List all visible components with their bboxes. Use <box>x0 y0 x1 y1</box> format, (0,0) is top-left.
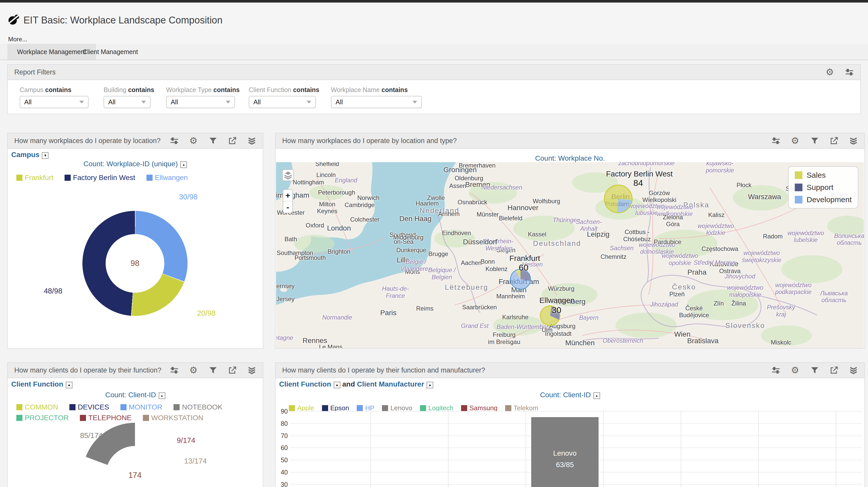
y-axis-tick: 70 <box>276 432 288 440</box>
map-place-label: München <box>565 339 595 347</box>
legend-swatch <box>143 415 149 421</box>
map-place-label: Jihovýchod <box>724 273 755 280</box>
settings-sliders-icon[interactable] <box>845 68 854 76</box>
report-filters-header: Report Filters ⚙ <box>8 65 860 80</box>
gear-icon[interactable]: ⚙ <box>189 366 198 375</box>
sort-toggle[interactable]: ▴ <box>180 161 187 168</box>
layers-icon[interactable] <box>849 136 858 145</box>
report-filters-icons: ⚙ <box>826 68 854 76</box>
gear-icon[interactable]: ⚙ <box>791 136 800 145</box>
grid-line-v <box>681 411 681 487</box>
legend-item: MONITOR <box>120 403 162 411</box>
map-place-label: België / Vlaanderen <box>400 258 432 272</box>
map-marker-value: 84 <box>633 178 643 188</box>
map-place-label: województwo opolskie <box>661 252 698 266</box>
map-place-label: Lincoln <box>316 171 336 178</box>
export-icon[interactable] <box>830 136 838 145</box>
grid-line-v <box>448 411 448 487</box>
measure-title: Count: Client-ID▴ <box>8 391 263 399</box>
filter-dropdown-campus[interactable]: All <box>20 96 89 108</box>
map-place-label: Guernsey <box>276 283 295 290</box>
report-filters-panel: Report Filters ⚙ Campus containsAllBuild… <box>7 64 861 114</box>
map-place-label: Lëtzebuerg <box>445 283 488 291</box>
gear-icon[interactable]: ⚙ <box>826 68 834 76</box>
settings-sliders-icon[interactable] <box>170 136 179 145</box>
map-place-label: Haarlem <box>415 200 439 207</box>
chevron-down-icon <box>412 101 417 103</box>
measure-title: Count: Workplace-ID (unique)▴ <box>8 160 263 168</box>
map-place-label: województwo podkarpackie <box>775 282 812 295</box>
report-filters-title: Report Filters <box>14 68 56 76</box>
filter-icon[interactable] <box>209 366 217 375</box>
legend-swatch <box>795 196 802 203</box>
map-place-label: Praha <box>687 268 707 276</box>
map-place-label: Reims <box>416 305 433 312</box>
map-place-label: Płock <box>737 182 752 189</box>
filter-dropdown-workplace-name[interactable]: All <box>331 96 422 108</box>
map-layers-button[interactable] <box>282 169 294 181</box>
map-place-label: Slovensko <box>725 322 765 330</box>
map-place-label: Česko <box>672 283 696 291</box>
legend-swatch <box>16 404 23 410</box>
chevron-down-icon <box>226 101 230 103</box>
zoom-in-button[interactable]: + <box>283 190 292 201</box>
map-place-label: Colchester <box>350 216 380 223</box>
legend-swatch <box>80 415 86 421</box>
map-place-label: Norwich <box>357 194 379 201</box>
map-place-label: Normandie <box>322 314 352 321</box>
map-place-label: Peterborough <box>318 189 355 196</box>
map-place-label: Portsmouth <box>294 255 326 262</box>
y-axis-tick: 50 <box>276 456 288 464</box>
donut-slice-label: 13/174 <box>184 457 207 465</box>
map-place-label: Middelburg <box>393 234 424 241</box>
tab-client-management[interactable]: Client Management <box>73 44 147 60</box>
sort-toggle[interactable]: ▴ <box>159 392 165 399</box>
map-place-label: województwo lubuskie <box>628 202 665 217</box>
app-logo-icon <box>8 14 20 26</box>
settings-sliders-icon[interactable] <box>772 136 780 145</box>
map-place-label: Eindhoven <box>442 230 471 237</box>
chart-legend: FrankfurtFactory Berlin WestEllwangen <box>16 174 256 182</box>
filter-dropdown-building[interactable]: All <box>103 96 151 108</box>
chart-legend: COMMONDEVICESMONITORNOTEBOOKPROJECTORTEL… <box>16 403 251 422</box>
map-place-label: Milton Keynes <box>317 201 337 215</box>
map-legend-item: Development <box>795 195 852 204</box>
map-place-label: Žilina <box>732 300 746 307</box>
map-legend-item: Support <box>795 183 852 192</box>
map-place-label: Ulm <box>542 326 553 333</box>
top-strip <box>0 0 868 3</box>
filter-dropdown-workplace-type[interactable]: All <box>166 96 235 108</box>
map-place-label: województwo lubelskie <box>787 229 824 244</box>
donut-slice-label: 30/98 <box>179 193 198 201</box>
filter-dropdown-client-function[interactable]: All <box>249 96 316 108</box>
map-pie-marker-factory-berlin-west[interactable] <box>604 185 632 213</box>
filter-icon[interactable] <box>209 136 217 145</box>
map-place-label: Miskolc <box>771 339 791 346</box>
export-icon[interactable] <box>228 136 237 145</box>
gear-icon[interactable]: ⚙ <box>189 136 198 145</box>
map-place-label: Pardubice <box>654 238 681 246</box>
map-place-label: Assen <box>449 182 466 190</box>
more-link[interactable]: More... <box>8 36 27 43</box>
map-place-label: Cottbus - Chóśebuz <box>623 228 651 242</box>
map-place-label: Freiburg im Breisgau <box>488 331 521 345</box>
legend-swatch <box>69 404 75 410</box>
sort-toggle[interactable]: ▴ <box>66 382 72 388</box>
map-place-label: Arnhem <box>438 210 460 218</box>
zoom-out-button[interactable]: - <box>283 201 292 213</box>
map-place-label: Deutschland <box>533 239 581 248</box>
layers-icon[interactable] <box>247 136 256 145</box>
map-place-label: zachodniopomorskie <box>618 162 674 167</box>
sort-toggle[interactable]: ▾ <box>42 152 49 159</box>
bar-lenovo[interactable]: Lenovo 63/85 <box>531 417 598 487</box>
map-canvas[interactable]: SheffieldLincolnEnglandNottinghamPeterbo… <box>276 162 864 348</box>
map-place-label: Bretagne <box>276 334 293 342</box>
map-place-label: Karlsruhe <box>502 314 528 321</box>
export-icon[interactable] <box>228 366 237 375</box>
filter-icon[interactable] <box>810 136 819 145</box>
panel-header: How many clients do I operate by their f… <box>8 363 263 378</box>
filter-label-3: Client Function contains <box>249 86 319 94</box>
settings-sliders-icon[interactable] <box>170 366 179 375</box>
layers-icon[interactable] <box>247 366 256 375</box>
legend-swatch <box>16 415 23 421</box>
